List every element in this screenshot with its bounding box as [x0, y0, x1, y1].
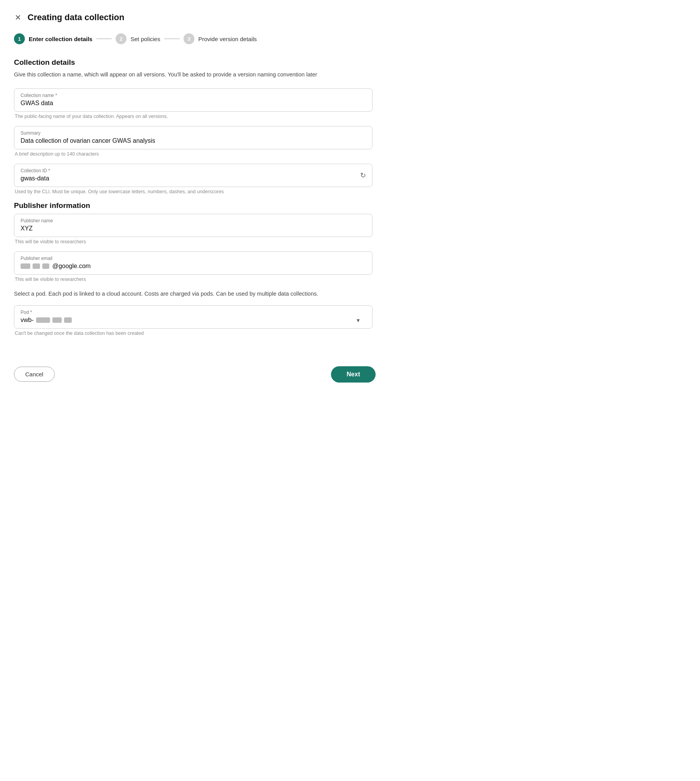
publisher-name-input[interactable]	[21, 225, 366, 232]
pod-hint: Can't be changed once the data collectio…	[14, 331, 373, 336]
dialog-title: Creating data collection	[28, 12, 124, 23]
step-3: 3 Provide version details	[184, 33, 257, 44]
collection-id-field-group: Collection ID * ↻	[14, 164, 373, 187]
step-1-label: Enter collection details	[29, 36, 92, 42]
pod-section: Select a pod. Each pod is linked to a cl…	[14, 290, 373, 336]
publisher-email-input[interactable]	[52, 263, 366, 270]
next-button[interactable]: Next	[331, 366, 376, 383]
step-3-circle: 3	[184, 33, 194, 44]
stepper: 1 Enter collection details 2 Set policie…	[14, 33, 376, 44]
pod-redacted-3	[64, 317, 72, 323]
step-2-label: Set policies	[130, 36, 160, 42]
cancel-button[interactable]: Cancel	[14, 367, 55, 382]
pod-redacted-2	[52, 317, 62, 323]
redacted-2	[33, 263, 40, 269]
dialog-header: ✕ Creating data collection	[14, 12, 376, 23]
publisher-email-field-group: Publisher email	[14, 251, 373, 275]
dialog-container: ✕ Creating data collection 1 Enter colle…	[14, 12, 376, 383]
pod-field-group: Pod * vwb- ▾	[14, 305, 373, 329]
pod-redacted-1	[36, 317, 50, 323]
pod-desc: Select a pod. Each pod is linked to a cl…	[14, 290, 373, 298]
step-2-circle: 2	[116, 33, 126, 44]
summary-label: Summary	[21, 130, 366, 136]
publisher-email-hint: This will be visible to researchers	[14, 277, 373, 282]
publisher-email-label: Publisher email	[21, 256, 366, 261]
collection-details-title: Collection details	[14, 58, 373, 67]
collection-id-hint: Used by the CLI. Must be unique. Only us…	[14, 189, 373, 194]
redacted-3	[42, 263, 49, 269]
publisher-name-field-group: Publisher name	[14, 214, 373, 237]
step-1: 1 Enter collection details	[14, 33, 92, 44]
summary-input[interactable]	[21, 137, 366, 144]
step-1-circle: 1	[14, 33, 25, 44]
step-line-2	[164, 38, 180, 39]
footer: Cancel Next	[14, 358, 376, 383]
publisher-name-label: Publisher name	[21, 218, 366, 223]
refresh-icon[interactable]: ↻	[360, 171, 366, 180]
step-3-label: Provide version details	[198, 36, 257, 42]
summary-hint: A brief description up to 140 characters	[14, 151, 373, 157]
summary-field-group: Summary	[14, 126, 373, 149]
pod-value-prefix: vwb-	[21, 317, 34, 324]
collection-name-label: Collection name *	[21, 93, 366, 98]
collection-name-field-group: Collection name *	[14, 88, 373, 112]
pod-label: Pod *	[21, 310, 366, 315]
collection-id-label: Collection ID *	[21, 168, 366, 173]
collection-details-desc: Give this collection a name, which will …	[14, 71, 373, 79]
step-line-1	[96, 38, 112, 39]
publisher-info-title: Publisher information	[14, 201, 373, 210]
publisher-section: Publisher information Publisher name Thi…	[14, 201, 373, 282]
collection-id-input[interactable]	[21, 175, 366, 182]
redacted-1	[21, 263, 30, 269]
publisher-name-hint: This will be visible to researchers	[14, 239, 373, 244]
step-2: 2 Set policies	[116, 33, 160, 44]
collection-name-hint: The public-facing name of your data coll…	[14, 114, 373, 119]
scroll-area: Collection details Give this collection …	[14, 58, 376, 343]
collection-name-input[interactable]	[21, 100, 366, 107]
close-button[interactable]: ✕	[14, 13, 22, 22]
pod-select-wrapper: vwb- ▾	[21, 317, 366, 324]
